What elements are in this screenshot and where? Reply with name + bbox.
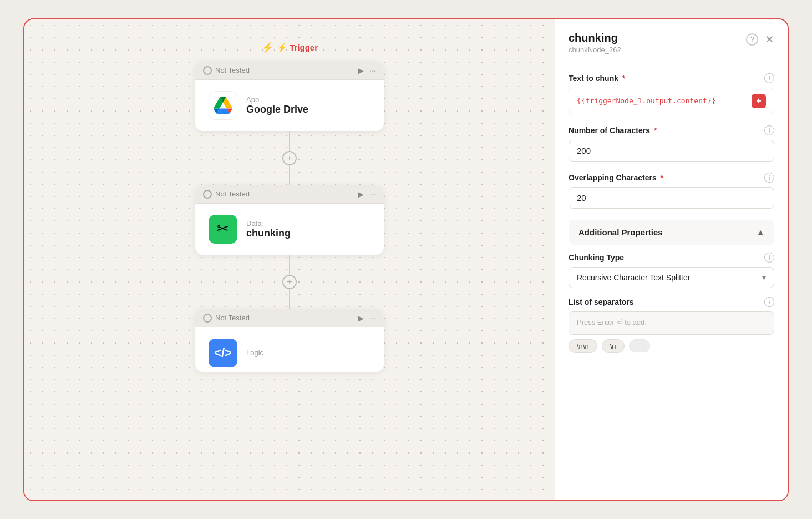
overlap-chars-label: Overlapping Characters * i xyxy=(569,173,774,183)
panel-subtitle: chunkNode_262 xyxy=(569,46,621,54)
panel-header: chunking chunkNode_262 ? ✕ xyxy=(555,19,788,62)
help-icon[interactable]: ? xyxy=(746,33,758,46)
node-text-2: Data chunking xyxy=(246,219,291,239)
node-text: App Google Drive xyxy=(246,95,308,115)
play-icon-3[interactable]: ▶ xyxy=(358,314,364,323)
separators-label-text: List of separators xyxy=(569,298,633,306)
tag-1: \n\n xyxy=(569,339,597,353)
list-of-separators-field: List of separators i Press Enter ⏎ to ad… xyxy=(569,297,774,353)
number-of-characters-field: Number of Characters * i xyxy=(569,125,774,162)
node-actions[interactable]: ▶ ··· xyxy=(358,66,376,75)
status-label: Not Tested xyxy=(215,66,250,74)
num-chars-label-text: Number of Characters xyxy=(569,126,650,135)
close-icon[interactable]: ✕ xyxy=(765,33,774,46)
tags-row: \n\n \n xyxy=(569,339,774,353)
text-to-chunk-field: Text to chunk * i {{triggerNode_1.output… xyxy=(569,73,774,114)
workflow-canvas: ⚡ ⚡ Trigger Not Tested ▶ ··· xyxy=(24,19,555,500)
chunking-type-value: Recursive Character Text Splitter xyxy=(577,273,690,282)
connector-line-2 xyxy=(289,165,290,185)
trigger-text: ⚡ Trigger xyxy=(277,43,318,53)
node-header-2: Not Tested ▶ ··· xyxy=(195,185,384,204)
trigger-label: ⚡ ⚡ Trigger xyxy=(261,42,318,54)
panel-title: chunking xyxy=(569,32,621,44)
additional-properties-content: Chunking Type i Recursive Character Text… xyxy=(569,253,774,353)
node-actions-3[interactable]: ▶ ··· xyxy=(358,314,376,323)
required-star-2: * xyxy=(652,126,657,135)
chunking-type-label-text: Chunking Type xyxy=(569,253,624,262)
node-body-2: ✂ Data chunking xyxy=(195,204,384,255)
logic-node-icon: </> xyxy=(209,339,237,367)
node-category-3: Logic xyxy=(246,349,263,357)
node-name-2: chunking xyxy=(246,228,291,239)
node-status: Not Tested xyxy=(203,66,250,75)
connector-line-4 xyxy=(289,289,290,309)
connector-2: + xyxy=(282,255,297,309)
play-icon-2[interactable]: ▶ xyxy=(358,190,364,199)
node-header-3: Not Tested ▶ ··· xyxy=(195,309,384,327)
right-panel: chunking chunkNode_262 ? ✕ Text to chunk… xyxy=(555,19,788,500)
node-category: App xyxy=(246,95,308,104)
chevron-up-icon: ▲ xyxy=(757,228,764,236)
scissors-icon: ✂ xyxy=(217,220,229,238)
overlap-chars-info[interactable]: i xyxy=(764,173,774,183)
tag-1-value: \n\n xyxy=(577,342,589,350)
separators-info[interactable]: i xyxy=(764,297,774,307)
google-drive-icon xyxy=(209,91,237,120)
tag-2: \n xyxy=(602,339,625,353)
chevron-down-icon: ▾ xyxy=(762,273,766,282)
separators-placeholder: Press Enter ⏎ to add. xyxy=(577,318,647,326)
num-chars-label: Number of Characters * i xyxy=(569,125,774,135)
panel-title-group: chunking chunkNode_262 xyxy=(569,32,621,54)
overlap-chars-label-text: Overlapping Characters xyxy=(569,173,657,182)
required-star-3: * xyxy=(658,173,663,182)
chunking-type-info[interactable]: i xyxy=(764,253,774,263)
text-to-chunk-label-text: Text to chunk xyxy=(569,74,618,83)
text-to-chunk-label: Text to chunk * i xyxy=(569,73,774,83)
chunking-node[interactable]: Not Tested ▶ ··· ✂ Data chunking xyxy=(195,185,384,255)
required-star: * xyxy=(620,74,625,83)
google-drive-node[interactable]: Not Tested ▶ ··· xyxy=(195,62,384,131)
node-name: Google Drive xyxy=(246,104,308,115)
separators-label: List of separators i xyxy=(569,297,774,307)
play-icon[interactable]: ▶ xyxy=(358,66,364,75)
more-icon[interactable]: ··· xyxy=(369,66,376,75)
text-to-chunk-info[interactable]: i xyxy=(764,73,774,83)
add-node-button-2[interactable]: + xyxy=(282,275,297,289)
more-icon-2[interactable]: ··· xyxy=(369,190,376,199)
tag-3 xyxy=(629,339,650,352)
num-chars-info[interactable]: i xyxy=(764,125,774,135)
status-label-3: Not Tested xyxy=(215,314,250,322)
chunking-type-select[interactable]: Recursive Character Text Splitter ▾ xyxy=(569,267,774,288)
status-circle-3 xyxy=(203,314,212,323)
node-body: App Google Drive xyxy=(195,80,384,131)
node-status-3: Not Tested xyxy=(203,314,250,323)
node-body-3: </> Logic xyxy=(195,327,384,372)
add-node-button-1[interactable]: + xyxy=(282,151,297,165)
add-expression-button[interactable]: + xyxy=(752,94,766,108)
panel-header-icons[interactable]: ? ✕ xyxy=(746,33,774,46)
separators-input[interactable]: Press Enter ⏎ to add. xyxy=(569,311,774,335)
additional-properties-toggle[interactable]: Additional Properties ▲ xyxy=(569,220,774,245)
chunking-type-label: Chunking Type i xyxy=(569,253,774,263)
chunking-node-icon: ✂ xyxy=(209,215,237,244)
node-header: Not Tested ▶ ··· xyxy=(195,62,384,80)
tag-2-value: \n xyxy=(610,342,616,350)
overlapping-characters-field: Overlapping Characters * i xyxy=(569,173,774,209)
chunking-type-field: Chunking Type i Recursive Character Text… xyxy=(569,253,774,288)
text-to-chunk-value: {{triggerNode_1.output.content}} xyxy=(577,97,715,105)
node-actions-2[interactable]: ▶ ··· xyxy=(358,190,376,199)
connector-line xyxy=(289,131,290,151)
logic-node[interactable]: Not Tested ▶ ··· </> Logic xyxy=(195,309,384,372)
node-status-2: Not Tested xyxy=(203,190,250,199)
additional-properties-section: Additional Properties ▲ Chunking Type i … xyxy=(569,220,774,353)
bolt-icon: ⚡ xyxy=(261,42,273,54)
connector-line-3 xyxy=(289,255,290,275)
code-icon: </> xyxy=(214,346,232,360)
overlap-chars-input[interactable] xyxy=(569,187,774,209)
node-category-2: Data xyxy=(246,219,291,228)
text-to-chunk-input[interactable]: {{triggerNode_1.output.content}} + xyxy=(569,88,774,114)
status-circle xyxy=(203,66,212,75)
additional-properties-label: Additional Properties xyxy=(578,228,663,237)
more-icon-3[interactable]: ··· xyxy=(369,314,376,323)
num-chars-input[interactable] xyxy=(569,140,774,162)
